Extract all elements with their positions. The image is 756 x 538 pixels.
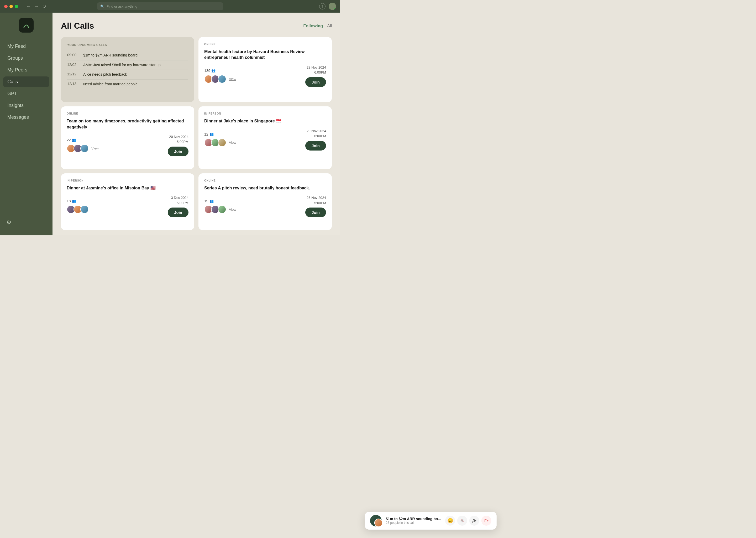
titlebar: ← → ⏲ 🔍 Find or ask anything ? [0,0,340,13]
call-type-2: IN-PERSON [204,112,326,115]
sidebar-item-my-feed[interactable]: My Feed [3,41,49,52]
join-button-3[interactable]: Join [168,207,188,217]
call-card-1: ONLINE Team on too many timezones, produ… [61,106,194,169]
cards-grid: YOUR UPCOMING CALLS 09:00 $1m to $2m ARR… [61,37,332,230]
close-button[interactable] [4,5,8,8]
call-footer-4: 19 👥 View 25 Nov [204,195,326,217]
view-link-2[interactable]: View [229,140,236,144]
minimize-button[interactable] [10,5,13,8]
app-logo [19,18,34,32]
join-button-0[interactable]: Join [305,77,326,87]
search-bar[interactable]: 🔍 Find or ask anything [97,2,223,10]
call-date-3: 3 Dec 20245:00PM [171,195,189,205]
sidebar-item-calls[interactable]: Calls [3,77,49,87]
logo-area [0,18,53,32]
mini-avatar-2-2 [218,138,226,147]
filter-following[interactable]: Following [304,24,323,28]
call-card-4: ONLINE Series A pitch review, need bruta… [199,173,332,230]
attendee-count-2: 12 👥 [204,132,236,136]
avatar-row-1 [67,144,89,153]
history-button[interactable]: ⏲ [41,3,48,9]
mini-avatar-1-2 [80,144,89,153]
call-type-1: ONLINE [67,112,188,115]
avatar-row-2 [204,138,226,147]
call-footer-2: 12 👥 View 29 Nov [204,129,326,150]
sidebar-item-groups[interactable]: Groups [3,53,49,64]
view-link-0[interactable]: View [229,77,236,81]
call-card-2: IN-PERSON Dinner at Jake's place in Sing… [199,106,332,169]
online-indicator [334,8,336,10]
search-icon: 🔍 [100,4,105,8]
page-header: All Calls Following All [61,21,332,31]
avatar-row-3 [67,205,89,214]
user-avatar[interactable] [329,3,336,10]
call-title-1: Team on too many timezones, productivity… [67,118,188,130]
upcoming-time-1: 12/02 [67,63,79,67]
maximize-button[interactable] [15,5,18,8]
upcoming-time-3: 12/13 [67,82,79,86]
avatar-row-4 [204,205,226,214]
call-footer-1: 22 👥 View 20 Nov [67,134,188,156]
count-number-2: 12 [204,132,209,136]
sidebar-item-insights[interactable]: Insights [3,100,49,111]
upcoming-item-3[interactable]: 12/13 Need advice from married people [67,80,188,89]
mini-avatar-3-2 [80,205,89,214]
sidebar-item-my-peers[interactable]: My Peers [3,65,49,76]
nav-arrows: ← → ⏲ [25,3,48,9]
upcoming-text-2: Alice needs pitch feedback [83,72,127,77]
join-button-1[interactable]: Join [168,146,188,156]
call-footer-3: 18 👥 3 Dec 20245:00PM [67,195,188,217]
call-date-4: 25 Nov 20245:00PM [307,195,326,205]
upcoming-item-2[interactable]: 12/12 Alice needs pitch feedback [67,70,188,80]
call-date-1: 20 Nov 20245:00PM [169,134,188,144]
upcoming-text-3: Need advice from married people [83,82,138,87]
sidebar-item-messages[interactable]: Messages [3,112,49,123]
app-body: My Feed Groups My Peers Calls GPT Insigh… [0,13,340,235]
call-date-0: 28 Nov 20246:00PM [307,65,326,75]
back-button[interactable]: ← [25,3,32,9]
mini-avatar-4-2 [218,205,226,214]
upcoming-item-0[interactable]: 09:00 $1m to $2m ARR sounding board [67,51,188,60]
call-card-3: IN-PERSON Dinner at Jasmine's office in … [61,173,194,230]
view-link-1[interactable]: View [91,146,99,150]
mini-avatar-0-2 [218,75,226,83]
people-icon-3: 👥 [72,199,76,203]
call-footer-0: 139 👥 View 28 Nov [204,65,326,87]
sidebar-bottom: ⚙ [0,215,53,230]
upcoming-section-title: YOUR UPCOMING CALLS [67,43,188,46]
attendee-count-0: 139 👥 [204,69,236,73]
upcoming-text-1: AMA: Just raised $8mil for my hardware s… [83,63,161,68]
people-icon-4: 👥 [210,199,214,203]
join-button-4[interactable]: Join [305,207,326,217]
call-title-3: Dinner at Jasmine's office in Mission Ba… [67,185,188,191]
filter-all[interactable]: All [327,24,332,28]
upcoming-time-2: 12/12 [67,72,79,76]
people-icon-2: 👥 [210,132,214,136]
search-placeholder: Find or ask anything [107,4,137,8]
people-icon-1: 👥 [72,138,76,142]
forward-button[interactable]: → [33,3,40,9]
attendee-count-1: 22 👥 [67,138,99,142]
settings-button[interactable]: ⚙ [6,219,12,226]
traffic-lights [4,5,18,8]
count-number-4: 19 [204,199,209,203]
count-number-1: 22 [67,138,71,142]
upcoming-calls-card: YOUR UPCOMING CALLS 09:00 $1m to $2m ARR… [61,37,194,102]
count-number-3: 18 [67,199,71,203]
call-type-0: ONLINE [204,43,326,46]
sidebar-item-gpt[interactable]: GPT [3,88,49,99]
view-link-4[interactable]: View [229,207,236,211]
upcoming-text-0: $1m to $2m ARR sounding board [83,53,138,58]
upcoming-item-1[interactable]: 12/02 AMA: Just raised $8mil for my hard… [67,60,188,70]
page-title: All Calls [61,21,94,31]
call-date-2: 29 Nov 20246:00PM [307,129,326,139]
filter-tabs: Following All [304,24,332,28]
attendee-count-3: 18 👥 [67,199,89,203]
call-title-0: Mental health lecture by Harvard Busines… [204,49,326,61]
join-button-2[interactable]: Join [305,141,326,150]
avatar-row-0 [204,75,226,83]
main-content: All Calls Following All YOUR UPCOMING CA… [53,13,340,235]
help-button[interactable]: ? [319,3,325,10]
call-title-2: Dinner at Jake's place in Singapore 🇸🇬 [204,118,326,124]
call-type-3: IN-PERSON [67,179,188,182]
